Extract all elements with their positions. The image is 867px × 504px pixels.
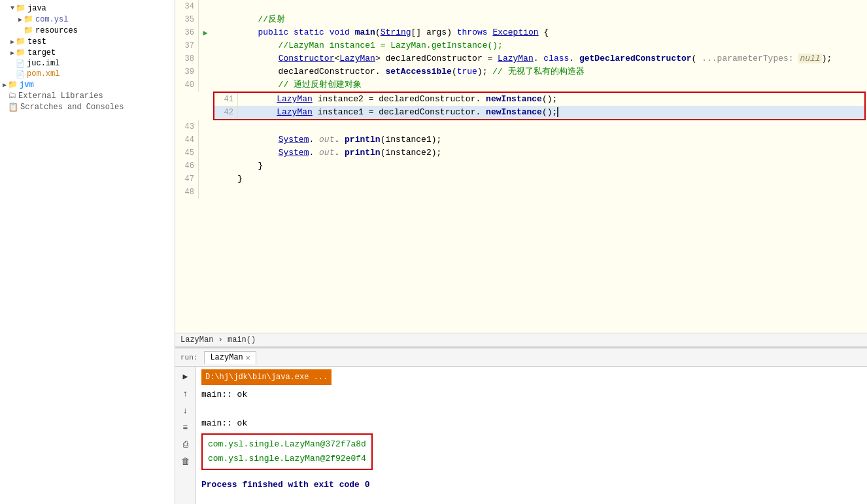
arrow-test: ▶ — [10, 38, 14, 46]
line-num-36: 36 — [175, 26, 199, 39]
sidebar-item-jvm[interactable]: ▶ 📁 jvm — [0, 79, 175, 90]
run-cmd-line: D:\hj\jdk\bin\java.exe ... — [201, 369, 862, 388]
code-line-39: 39 declaredConstructor. setAccessible(tr… — [175, 65, 867, 78]
code-line-44: 44 System. out. println(instance1); — [175, 133, 867, 146]
sidebar-item-resources[interactable]: ▶ 📁 resources — [0, 25, 175, 36]
line-num-37: 37 — [175, 39, 199, 52]
sidebar-label-target: target — [27, 48, 56, 58]
line-content-37: //LazyMan instance1 = LazyMan.getInstanc… — [212, 39, 867, 52]
arrow-target: ▶ — [10, 49, 14, 57]
line-content-45: System. out. println(instance2); — [212, 146, 867, 160]
run-exit-text: Process finished with exit code 0 — [201, 478, 862, 492]
sidebar-label-test: test — [27, 37, 46, 46]
sidebar-label-java: java — [27, 4, 46, 13]
sidebar-item-com-ysl[interactable]: ▶ 📁 com.ysl — [0, 14, 175, 25]
gutter-38 — [199, 52, 212, 65]
sidebar-item-scratches[interactable]: ▶ 📋 Scratches and Consoles — [0, 101, 175, 113]
gutter-47 — [199, 173, 212, 186]
code-line-48: 48 — [175, 186, 867, 199]
line-num-47: 47 — [175, 173, 199, 186]
code-line-35: 35 //反射 — [175, 13, 867, 26]
line-num-44: 44 — [175, 133, 199, 146]
run-tab-close[interactable]: ✕ — [246, 353, 250, 363]
code-line-38: 38 Constructor<LazyMan> declaredConstruc… — [175, 52, 867, 65]
ext-icon: 🗂 — [8, 91, 16, 101]
line-content-40: // 通过反射创建对象 — [212, 78, 867, 92]
sidebar-item-target[interactable]: ▶ 📁 target — [0, 47, 175, 58]
code-line-40: 40 // 通过反射创建对象 — [175, 78, 867, 92]
gutter-45 — [199, 146, 212, 160]
code-line-42: 42 LazyMan instance1 = declaredConstruct… — [214, 106, 864, 119]
line-content-42: LazyMan instance1 = declaredConstructor.… — [251, 106, 864, 119]
run-panel: run: LazyMan ✕ ▶ ↑ ↓ ≡ ⎙ 🗑 D:\hj\jdk\bin… — [175, 347, 867, 504]
code-line-43: 43 — [175, 120, 867, 133]
arrow-com-ysl: ▶ — [18, 16, 22, 24]
line-num-45: 45 — [175, 146, 199, 160]
gutter-37 — [199, 39, 212, 52]
run-up-button[interactable]: ↑ — [178, 386, 194, 401]
folder-icon-target: 📁 — [16, 48, 26, 58]
gutter-46 — [199, 160, 212, 173]
run-tab-label: LazyMan — [210, 353, 243, 362]
line-content-41: LazyMan instance2 = declaredConstructor.… — [251, 93, 864, 106]
line-content-43 — [212, 120, 867, 133]
code-line-41: 41 LazyMan instance2 = declaredConstruct… — [214, 93, 864, 106]
code-line-36: 36 ▶ public static void main(String[] ar… — [175, 26, 867, 39]
line-content-35: //反射 — [212, 13, 867, 26]
line-num-40: 40 — [175, 78, 199, 92]
gutter-36: ▶ — [199, 26, 212, 39]
line-content-34 — [212, 0, 867, 13]
sidebar: ▼ 📁 java ▶ 📁 com.ysl ▶ 📁 resources ▶ 📁 t… — [0, 0, 175, 504]
run-class-output-2: com.ysl.single.LazyMan@2f92e0f4 — [208, 452, 366, 466]
line-num-35: 35 — [175, 13, 199, 26]
breadcrumb-text: LazyMan › main() — [180, 335, 256, 344]
line-num-39: 39 — [175, 65, 199, 78]
gutter-43 — [199, 120, 212, 133]
gutter-44 — [199, 133, 212, 146]
sidebar-label-juc-iml: juc.iml — [27, 59, 60, 68]
line-num-42: 42 — [214, 106, 238, 119]
breadcrumb: LazyMan › main() — [175, 333, 867, 347]
sidebar-label-ext: External Libraries — [18, 92, 103, 101]
line-content-47: } — [212, 173, 867, 186]
gutter-40 — [199, 78, 212, 92]
sidebar-item-pom-xml[interactable]: ▶ 📄 pom.xml — [0, 69, 175, 79]
sidebar-item-ext-libraries[interactable]: ▶ 🗂 External Libraries — [0, 90, 175, 101]
scratch-icon: 📋 — [8, 102, 18, 112]
run-output-area[interactable]: D:\hj\jdk\bin\java.exe ... main:: ok mai… — [196, 367, 867, 504]
line-num-34: 34 — [175, 0, 199, 13]
line-num-46: 46 — [175, 160, 199, 173]
run-tabs-bar: run: LazyMan ✕ — [175, 348, 867, 367]
run-print-button[interactable]: ⎙ — [178, 437, 194, 452]
line-num-48: 48 — [175, 186, 199, 199]
run-down-button[interactable]: ↓ — [178, 403, 194, 418]
run-class-output-1: com.ysl.single.LazyMan@372f7a8d — [208, 437, 366, 452]
run-list-button[interactable]: ≡ — [178, 420, 194, 435]
sidebar-label-com-ysl: com.ysl — [35, 15, 68, 24]
line-content-39: declaredConstructor. setAccessible(true)… — [212, 65, 867, 78]
line-num-43: 43 — [175, 120, 199, 133]
code-editor[interactable]: 34 35 //反射 36 ▶ public static void main(… — [175, 0, 867, 333]
gutter-39 — [199, 65, 212, 78]
line-content-38: Constructor<LazyMan> declaredConstructor… — [212, 52, 867, 65]
code-area: 34 35 //反射 36 ▶ public static void main(… — [175, 0, 867, 333]
gutter-48 — [199, 186, 212, 199]
sidebar-label-scratches: Scratches and Consoles — [20, 103, 124, 112]
highlighted-code-block: 41 LazyMan instance2 = declaredConstruct… — [213, 92, 866, 120]
run-play-button[interactable]: ▶ — [178, 369, 194, 384]
run-trash-button[interactable]: 🗑 — [178, 454, 194, 469]
run-content-area: ▶ ↑ ↓ ≡ ⎙ 🗑 D:\hj\jdk\bin\java.exe ... m… — [175, 367, 867, 504]
sidebar-item-test[interactable]: ▶ 📁 test — [0, 36, 175, 47]
sidebar-label-pom-xml: pom.xml — [27, 69, 60, 78]
run-prefix: run: — [178, 352, 200, 363]
folder-icon-com-ysl: 📁 — [24, 14, 33, 24]
sidebar-item-juc-iml[interactable]: ▶ 📄 juc.iml — [0, 58, 175, 69]
folder-icon-test: 📁 — [16, 37, 26, 46]
code-line-37: 37 //LazyMan instance1 = LazyMan.getInst… — [175, 39, 867, 52]
run-tab-lazyman[interactable]: LazyMan ✕ — [204, 351, 256, 364]
folder-icon-java: 📁 — [16, 3, 26, 13]
arrow-jvm: ▶ — [3, 81, 7, 89]
sidebar-item-java[interactable]: ▼ 📁 java — [0, 3, 175, 14]
iml-icon: 📄 — [16, 59, 25, 68]
xml-icon: 📄 — [16, 70, 25, 78]
